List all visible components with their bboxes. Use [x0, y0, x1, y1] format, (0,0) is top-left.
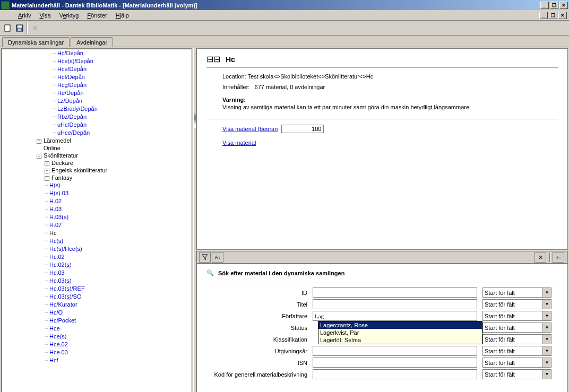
collapse-icon[interactable]: − [37, 154, 41, 159]
menu-arkiv[interactable]: Arkiv [14, 11, 35, 20]
tree-node-online[interactable]: Online [44, 145, 61, 151]
expand-icon[interactable]: + [45, 176, 49, 181]
label-titel: Titel [206, 301, 313, 308]
toolbar-save[interactable] [13, 22, 25, 34]
expand-icon[interactable]: + [45, 161, 49, 166]
combo-klass[interactable]: Start för fält▼ [482, 334, 551, 344]
chevron-down-icon[interactable]: ▼ [542, 311, 551, 320]
combo-isn[interactable]: Start för fält▼ [482, 358, 551, 368]
search-panel: 🔍Sök efter material i den dynamiska saml… [196, 264, 568, 392]
link-visa-material-limited[interactable]: Visa material (begrän [222, 126, 278, 132]
chevron-down-icon[interactable]: ▼ [542, 370, 551, 379]
tree-link[interactable]: Hce(s) [49, 333, 66, 339]
tree-node[interactable]: Fantasy [51, 175, 72, 181]
mdi-close[interactable]: ✕ [558, 12, 567, 19]
chevron-down-icon[interactable]: ▼ [542, 358, 551, 367]
link-visa-material[interactable]: Visa material [222, 140, 256, 146]
tree-link[interactable]: Hce.03 [49, 349, 68, 355]
input-titel[interactable] [313, 299, 477, 309]
tree-link[interactable]: Lz/Depån [57, 98, 82, 104]
search-icon: 🔍 [206, 269, 214, 276]
tree-link[interactable]: He/Depån [57, 90, 84, 96]
tree-link[interactable]: Hce/Depån [57, 66, 87, 72]
tree-link[interactable]: Hc.03(s)/REF [49, 285, 85, 292]
expand-icon[interactable]: + [37, 139, 41, 144]
combo-titel[interactable]: Start för fält▼ [482, 299, 551, 309]
close-button[interactable]: ✕ [559, 2, 568, 9]
tree-link[interactable]: Hcf/Depån [57, 74, 85, 80]
menu-verktyg[interactable]: Verktyg [55, 11, 83, 20]
tree-link[interactable]: Hcf [49, 357, 58, 363]
tree-link[interactable]: H(s) [49, 182, 61, 188]
tree-link[interactable]: H.03(s) [49, 214, 68, 220]
menu-hjalp[interactable]: Hjälp [111, 11, 133, 20]
tree-link[interactable]: Hc/O [49, 309, 63, 316]
input-utgivningsar[interactable] [313, 346, 477, 356]
tree-link[interactable]: Rbz/Depån [57, 114, 87, 120]
combo-kod[interactable]: Start för fält▼ [482, 369, 551, 379]
tree-link[interactable]: Hce.02 [49, 341, 68, 347]
tree-link[interactable]: H.03 [49, 206, 62, 212]
tree-link[interactable]: Hc.03(s) [49, 277, 72, 284]
label-forfattare: Författare [206, 313, 313, 319]
tree-link[interactable]: Hc.03 [49, 269, 65, 276]
tab-dynamiska[interactable]: Dynamiska samlingar [2, 37, 70, 47]
combo-ar[interactable]: Start för fält▼ [482, 346, 551, 356]
chevron-down-icon[interactable]: ▼ [542, 335, 551, 344]
clear-button[interactable]: ✕ [534, 252, 546, 263]
menu-fonster[interactable]: Fönster [83, 11, 111, 20]
tree-link[interactable]: uHc/Depån [57, 121, 87, 128]
tree-link[interactable]: Hc/Kurator [49, 301, 77, 308]
back-button[interactable]: ⇐ [553, 252, 564, 263]
tree-link[interactable]: LzBrady/Depån [57, 106, 98, 112]
tree-link[interactable]: Hc/Pocket [49, 317, 76, 324]
tree-link[interactable]: Hc/Depån [57, 50, 83, 56]
autocomplete-item[interactable]: Lagercrantz, Rose [318, 321, 482, 329]
tree-link[interactable]: Hcg/Depån [57, 82, 87, 88]
expand-icon[interactable]: + [45, 169, 49, 173]
tree-link[interactable]: Hc(s)/Hce(s) [49, 246, 82, 252]
chevron-down-icon[interactable]: ▼ [542, 288, 551, 297]
input-forfattare[interactable] [313, 311, 477, 321]
maximize-button[interactable]: ❐ [550, 2, 558, 9]
autocomplete-item[interactable]: Lagerkvist, Pär [318, 329, 482, 336]
minimize-button[interactable]: _ [540, 2, 549, 9]
sort-button[interactable]: A↓ [212, 252, 223, 263]
tree-node[interactable]: Engelsk skönlitteratur [51, 167, 107, 173]
svg-rect-0 [5, 25, 10, 31]
tab-avdelningar[interactable]: Avdelningar [71, 37, 113, 47]
combo-status[interactable]: Start för fält▼ [482, 323, 551, 333]
autocomplete-item[interactable]: Lagerlöf, Selma [318, 336, 482, 344]
tree-link[interactable]: H.07 [49, 222, 62, 228]
limit-input[interactable]: 100 [281, 125, 324, 133]
input-id[interactable] [313, 288, 477, 298]
tree-link[interactable]: Hc.02 [49, 254, 65, 260]
input-isn[interactable] [313, 358, 477, 368]
chevron-down-icon[interactable]: ▼ [542, 300, 551, 309]
chevron-down-icon[interactable]: ▼ [542, 323, 551, 332]
chevron-down-icon[interactable]: ▼ [542, 346, 551, 355]
tree-link[interactable]: Hce(s)/Depån [57, 58, 93, 64]
tree-link[interactable]: H(s).03 [49, 190, 68, 196]
filter-button[interactable] [199, 252, 211, 263]
tree-panel[interactable]: ┈Hc/Depån┈Hce(s)/Depån┈Hce/Depån┈Hcf/Dep… [1, 48, 192, 392]
mdi-icon [2, 11, 11, 20]
tree-link[interactable]: Hc.02(s) [49, 262, 72, 268]
tree-link[interactable]: Hc.03(s)/SO [49, 293, 82, 300]
tree-link[interactable]: Hc(s) [49, 238, 63, 244]
menu-visa[interactable]: Visa [35, 11, 55, 20]
tree-link[interactable]: Hce [49, 325, 60, 332]
mdi-minimize[interactable]: _ [539, 12, 548, 19]
autocomplete-dropdown: Lagercrantz, Rose Lagerkvist, Pär Lagerl… [318, 321, 482, 344]
tree-link[interactable]: uHce/Depån [57, 129, 90, 136]
toolbar-new[interactable] [1, 22, 13, 34]
tree-link-selected[interactable]: Hc [49, 230, 56, 236]
mdi-restore[interactable]: ❐ [549, 12, 557, 19]
tree-node[interactable]: Deckare [51, 160, 73, 166]
tree-node-laromedel[interactable]: Läromedel [44, 137, 71, 144]
tree-node-skonlitteratur[interactable]: Skönlitteratur [44, 152, 78, 159]
combo-forfattare[interactable]: Start för fält▼ [482, 311, 551, 321]
input-kod[interactable] [313, 369, 477, 379]
tree-link[interactable]: H.02 [49, 198, 62, 204]
combo-id[interactable]: Start för fält▼ [482, 288, 551, 298]
